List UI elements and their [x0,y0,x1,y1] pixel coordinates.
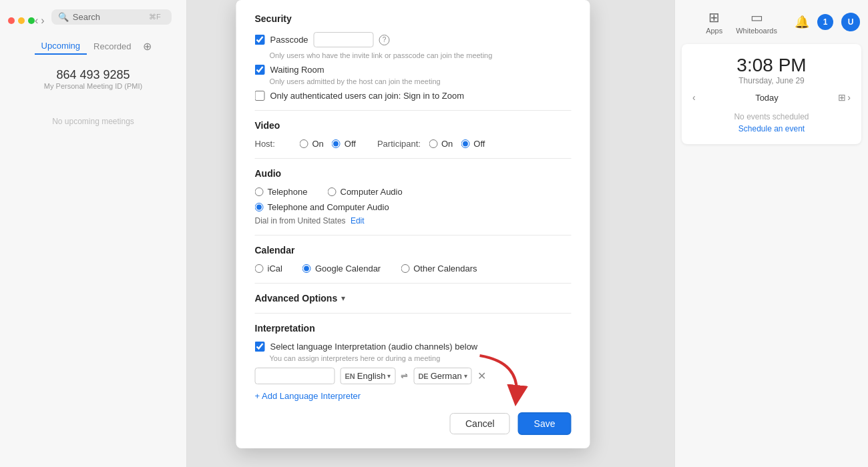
waiting-room-row: Waiting Room [255,65,572,75]
other-calendars-option: Other Calendars [401,264,477,274]
audio-row1: Telephone Computer Audio [255,187,572,197]
passcode-input[interactable]: 938709 [314,32,374,47]
interpretation-title: Interpretation [255,323,572,334]
both-audio-radio[interactable] [255,203,264,211]
language2-select[interactable]: DE German ▾ [413,368,471,384]
whiteboards-symbol: ▭ [736,9,777,25]
audio-row2: Telephone and Computer Audio [255,202,572,212]
sidebar-top-bar: ‹ › 🔍 Search ⌘F [0,7,186,34]
other-calendars-radio[interactable] [401,264,409,273]
clock-time: 3:08 PM [692,55,851,76]
search-shortcut: ⌘F [149,13,161,21]
tab-upcoming[interactable]: Upcoming [35,38,87,55]
apps-icon[interactable]: ⊞ Apps [706,9,722,35]
host-on-radio[interactable] [300,139,308,148]
calendar-today-label: Today [755,93,779,103]
lang2-arrow-icon: ▾ [464,372,467,380]
participant-on-group: On [429,139,453,149]
interpretation-hint: You can assign interpreters here or duri… [270,354,572,362]
telephone-option: Telephone [255,187,308,197]
host-off-radio[interactable] [332,139,341,148]
audio-section: Audio Telephone Computer Audio Telephone… [255,168,572,225]
cancel-button[interactable]: Cancel [450,413,510,434]
participant-label: Participant: [377,139,421,149]
interpretation-checkbox-row: Select language Interpretation (audio ch… [255,342,572,352]
audio-title: Audio [255,168,572,179]
language1-select[interactable]: EN English ▾ [341,368,396,384]
tab-recorded[interactable]: Recorded [87,39,138,54]
whiteboards-icon[interactable]: ▭ Whiteboards [736,9,777,35]
schedule-event-link[interactable]: Schedule an event [692,124,851,133]
auth-checkbox[interactable] [255,91,265,101]
both-audio-label: Telephone and Computer Audio [268,202,389,212]
security-section: Security Passcode 938709 ? Only users wh… [255,13,572,101]
google-calendar-radio[interactable] [302,264,311,273]
telephone-radio[interactable] [255,187,264,196]
participant-on-radio[interactable] [429,139,437,148]
advanced-chevron-icon: ▾ [341,294,345,303]
add-interpreter-button[interactable]: + Add Language Interpreter [255,391,361,401]
security-title: Security [255,13,572,24]
ical-radio[interactable] [255,264,264,273]
back-button[interactable]: ‹ [35,15,38,27]
passcode-help-icon[interactable]: ? [379,35,390,45]
computer-audio-label: Computer Audio [341,187,403,197]
add-tab-button[interactable]: ⊕ [143,40,152,53]
lang1-arrow-icon: ▾ [387,372,391,380]
passcode-checkbox[interactable] [255,35,265,45]
forward-button[interactable]: › [41,15,44,27]
waiting-room-checkbox[interactable] [255,65,265,75]
right-sidebar: ⊞ Apps ▭ Whiteboards 🔔 1 U 3:08 PM Thurs… [674,0,868,467]
lang2-flag: DE [418,372,428,380]
meeting-id-number: 864 493 9285 [44,68,142,82]
computer-audio-radio[interactable] [328,187,337,196]
notification-badge: 1 [817,14,833,30]
no-events-text: No events scheduled [692,112,851,121]
video-section: Video Host: On Off Participant: On [255,120,572,149]
right-top-bar: ⊞ Apps ▭ Whiteboards 🔔 1 U [675,0,868,44]
clock-date: Thursday, June 29 [692,76,851,85]
participant-off-group: Off [461,139,485,149]
video-title: Video [255,120,572,131]
calendar-prev-button[interactable]: ‹ [692,92,696,103]
edit-link[interactable]: Edit [351,216,365,225]
top-icons-row: ⊞ Apps ▭ Whiteboards [696,5,787,39]
interpreter-fields-row: 46@gmail.c EN English ▾ ⇌ DE German ▾ ✕ [255,368,572,384]
maximize-dot[interactable] [28,17,35,24]
modal-dialog: Security Passcode 938709 ? Only users wh… [236,0,590,448]
passcode-label: Passcode [270,35,308,45]
host-off-label: Off [345,139,356,149]
lang1-flag: EN [345,372,355,380]
advanced-options-label: Advanced Options [255,293,338,304]
advanced-options-section[interactable]: Advanced Options ▾ [255,293,572,304]
passcode-row: Passcode 938709 ? [255,32,572,47]
calendar-nav: ‹ Today ⊞ › [692,92,851,103]
calendar-section: Calendar iCal Google Calendar Other Cale… [255,245,572,274]
computer-audio-option: Computer Audio [328,187,403,197]
remove-interpreter-button[interactable]: ✕ [477,370,486,382]
search-bar[interactable]: 🔍 Search ⌘F [51,9,172,25]
google-calendar-option: Google Calendar [302,264,381,274]
host-on-label: On [312,139,324,149]
save-button[interactable]: Save [518,412,572,435]
clock-display: 3:08 PM Thursday, June 29 [692,55,851,85]
close-dot[interactable] [8,17,15,24]
meeting-id-section: 864 493 9285 My Personal Meeting ID (PMI… [44,68,142,90]
minimize-dot[interactable] [18,17,25,24]
user-avatar[interactable]: U [841,13,860,31]
host-on-group: On [300,139,324,149]
host-label: Host: [255,139,292,149]
interpreter-email-input[interactable]: 46@gmail.c [255,368,335,384]
interpretation-checkbox[interactable] [255,342,265,352]
calendar-widget: 3:08 PM Thursday, June 29 ‹ Today ⊞ › No… [682,44,861,144]
ical-label: iCal [268,264,282,274]
nav-arrows: ‹ › [35,15,45,27]
whiteboards-label: Whiteboards [736,27,777,35]
participant-off-radio[interactable] [461,139,469,148]
passcode-hint: Only users who have the invite link or p… [270,51,572,59]
dial-in-text: Dial in from United States Edit [255,216,572,225]
calendar-next-button[interactable]: › [847,92,851,103]
calendar-grid-button[interactable]: ⊞ [838,92,846,103]
calendar-row: iCal Google Calendar Other Calendars [255,264,572,274]
bell-icon[interactable]: 🔔 [795,15,809,29]
